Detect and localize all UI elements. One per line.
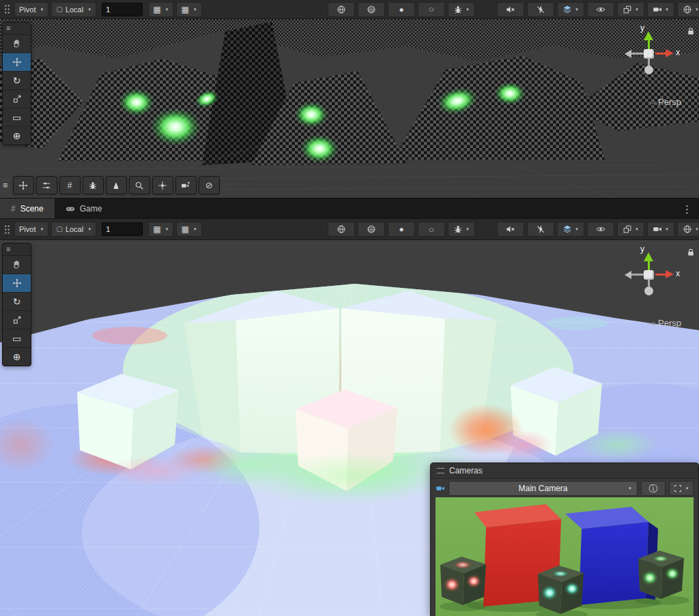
gizmo-neg-y-axis-ball[interactable] [644,287,653,295]
pivot-dropdown[interactable]: Pivot ▼ [14,2,48,17]
fog-toggle-button[interactable]: ○ [418,2,445,17]
overlay-snap-button[interactable] [152,176,173,194]
handle-rotation-dropdown[interactable]: ▢ Local ▼ [51,222,96,237]
cameras-panel-title: Cameras [449,466,483,475]
lighting-visualization-button[interactable] [358,2,385,17]
camera-view-dropdown[interactable]: ▼ [647,2,674,17]
overlay-hamburger-icon[interactable]: ≡ [2,181,11,190]
increment-snap-dropdown[interactable]: ▦ ▼ [176,2,201,17]
effects-toggle-button[interactable] [527,222,554,237]
overlay-measure-button[interactable] [36,176,57,194]
palette-drag-handle[interactable]: ≡ [3,23,31,35]
preview-light-cube-red [440,557,486,605]
grid-snap-dropdown[interactable]: ▦ ▼ [148,2,173,17]
scene-gizmo[interactable]: y x [618,25,687,79]
scene-effects-dropdown[interactable]: ▼ [557,2,584,17]
transform-tool-button[interactable]: ⊕ [3,127,31,145]
gizmos-dropdown[interactable]: ▼ [677,2,699,17]
camera-view-dropdown[interactable]: ▼ [647,222,674,237]
overlay-camera-button[interactable] [175,176,197,194]
audio-mute-button[interactable] [497,222,524,237]
chevron-down-icon: ▼ [466,8,470,12]
lighting-visualization-button[interactable] [358,222,385,237]
scene-viewport-bottom[interactable]: ≡ ↻ ▭ ⊕ y x ◅ Persp [0,240,699,616]
palette-drag-handle[interactable]: ≡ [3,244,31,256]
gizmo-center-handle[interactable] [644,270,654,280]
gizmo-y-axis-cone[interactable] [644,252,653,261]
scene-visibility-button[interactable] [587,2,614,17]
tab-scene[interactable]: # Scene [0,199,55,219]
debug-mode-dropdown[interactable]: ▼ [448,222,475,237]
info-button[interactable]: ⓘ [641,481,666,496]
chevron-down-icon: ▼ [665,227,669,231]
gizmo-center-handle[interactable] [644,49,654,59]
layers-dropdown[interactable]: ▼ [617,2,644,17]
tab-menu-kebab-icon[interactable]: ⋮ [675,204,699,214]
skybox-toggle-button[interactable]: ● [388,2,415,17]
overlay-orientation-button[interactable]: ⊘ [199,176,220,194]
snap-increment-input[interactable] [102,3,143,16]
transform-tool-button[interactable]: ⊕ [3,348,31,366]
grid-snap-dropdown[interactable]: ▦ ▼ [148,222,173,237]
debug-mode-dropdown[interactable]: ▼ [448,2,475,17]
hand-tool-button[interactable] [3,256,31,274]
scene-effects-dropdown[interactable]: ▼ [557,222,584,237]
tab-game[interactable]: Game [55,199,113,219]
scene-viewport-top[interactable]: ≡ ↻ ▭ ⊕ y x ◅ Persp ≡ [0,19,699,198]
rect-tool-button[interactable]: ▭ [3,108,31,127]
rotate-tool-button[interactable]: ↻ [3,72,31,90]
snap-increment-input[interactable] [102,222,143,236]
scale-tool-button[interactable] [3,311,31,329]
gizmo-x-axis-cone[interactable] [666,270,674,278]
aspect-dropdown[interactable]: ▼ [669,481,694,496]
audio-mute-button[interactable] [497,2,524,17]
lock-icon[interactable] [687,248,695,256]
chevron-down-icon: ▼ [695,8,699,12]
toolbar-drag-handle-icon[interactable] [4,224,10,235]
projection-indicator[interactable]: ◅ Persp [649,97,681,107]
overlay-move-button[interactable] [13,176,34,194]
scene-render-top [0,19,699,198]
move-tool-button[interactable] [3,274,31,293]
move-tool-button[interactable] [3,53,31,72]
increment-snap-dropdown[interactable]: ▦ ▼ [176,222,201,237]
scene-gizmo[interactable]: y x [618,246,687,300]
game-tab-icon [66,204,75,214]
camera-select-dropdown[interactable]: Main Camera ▼ [448,481,638,496]
gizmos-dropdown[interactable]: ▼ [677,222,699,237]
shading-mode-button[interactable] [328,2,355,17]
lock-icon[interactable] [687,27,695,35]
layers-dropdown[interactable]: ▼ [617,222,644,237]
hand-tool-button[interactable] [3,35,31,53]
eye-icon [596,224,605,234]
gizmo-neg-x-axis-cone[interactable] [625,50,631,58]
sphere-wireframe-icon [337,5,346,14]
search-icon [134,181,144,190]
rect-tool-button[interactable]: ▭ [3,329,31,348]
overlay-search-button[interactable] [129,176,150,194]
skybox-toggle-button[interactable]: ● [388,222,415,237]
projection-indicator[interactable]: ◅ Persp [649,318,681,328]
handle-rotation-dropdown[interactable]: ▢ Local ▼ [51,2,96,17]
video-camera-icon [436,484,445,493]
layers-icon [562,5,572,14]
rotate-icon: ↻ [13,297,21,306]
gizmo-neg-y-axis-ball[interactable] [644,65,653,74]
rotate-tool-button[interactable]: ↻ [3,293,31,311]
effects-toggle-button[interactable] [527,2,554,17]
cameras-panel-header[interactable]: Cameras [431,463,698,479]
gizmo-y-axis-cone[interactable] [644,31,653,40]
overlay-debug-button[interactable] [83,176,104,194]
overlay-probe-button[interactable] [106,176,127,194]
chevron-down-icon: ▼ [40,227,44,231]
toolbar-drag-handle-icon[interactable] [4,4,10,14]
scale-tool-button[interactable] [3,90,31,108]
shading-mode-button[interactable] [328,222,355,237]
scene-visibility-button[interactable] [587,222,614,237]
fog-toggle-button[interactable]: ○ [418,222,445,237]
overlay-grid-button[interactable]: # [59,176,81,194]
gizmo-x-axis-cone[interactable] [666,49,674,57]
gizmo-neg-x-axis-cone[interactable] [625,271,631,279]
pivot-dropdown[interactable]: Pivot ▼ [14,222,48,237]
chevron-down-icon: ▼ [628,486,632,490]
